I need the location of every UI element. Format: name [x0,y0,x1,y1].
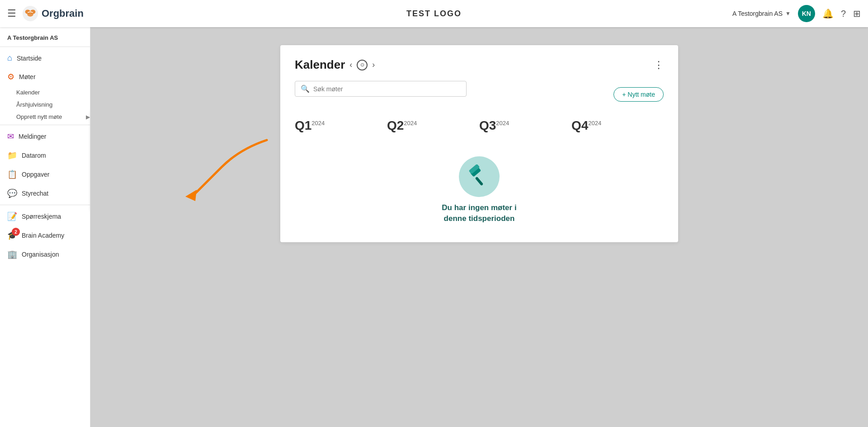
organisasjon-icon: 🏢 [7,249,17,259]
kalender-title: Kalender [295,58,345,72]
sidebar-item-sporreskjema[interactable]: 📝 Spørreskjema [0,207,90,226]
sidebar-sub-opprett[interactable]: Opprett nytt møte ▶ Styremøte Ordinær ge… [0,111,90,123]
sidebar: A Testorgbrain AS ⌂ Startside ⚙ Møter Ka… [0,27,90,427]
header-right: A Testorgbrain AS ▼ KN 🔔 ? ⊞ [732,5,861,22]
logo-text: Orgbrain [42,8,84,19]
quarter-row: Q12024 Q22024 Q32024 Q42024 [295,118,664,133]
sidebar-item-academy[interactable]: 🎓 2 Brain Academy [0,226,90,245]
sidebar-label-academy: Brain Academy [22,232,64,239]
help-icon[interactable]: ? [841,9,846,19]
moter-icon: ⚙ [7,72,14,82]
gavel-icon [459,156,500,197]
quarter-q2: Q22024 [387,118,479,133]
sidebar-item-moter[interactable]: ⚙ Møter [0,67,90,86]
logo: Orgbrain [22,5,84,22]
quarter-q1: Q12024 [295,118,387,133]
empty-state: Du har ingen møter i denne tidsperioden [295,149,664,224]
nytt-mote-label: + Nytt møte [622,91,655,98]
main-overlay: Kalender ‹ ⊙ › ⋮ 🔍 + Nytt møte [90,27,868,427]
org-dropdown-arrow: ▼ [785,10,791,17]
kalender-title-group: Kalender ‹ ⊙ › [295,58,375,72]
grid-icon[interactable]: ⊞ [853,8,861,19]
oppgaver-icon: 📋 [7,169,17,179]
quarter-q4: Q42024 [571,118,664,133]
search-bar: 🔍 [295,81,467,97]
academy-badge: 2 [12,228,20,236]
sidebar-label-moter: Møter [19,73,36,80]
sidebar-label-meldinger: Meldinger [19,133,46,140]
home-icon: ⌂ [7,53,12,63]
sidebar-divider-bot [0,205,90,205]
sidebar-sub-arshjulvisning-label: Årshjulvisning [16,101,52,108]
gavel-svg [467,164,491,189]
sidebar-item-styrechat[interactable]: 💬 Styrechat [0,184,90,203]
kalender-header: Kalender ‹ ⊙ › ⋮ [295,58,664,72]
kalender-prev-icon[interactable]: ‹ [349,60,352,70]
sidebar-sub-kalender[interactable]: Kalender [0,86,90,99]
svg-marker-4 [185,190,197,201]
body-layout: A Testorgbrain AS ⌂ Startside ⚙ Møter Ka… [0,27,868,427]
sidebar-label-organisasjon: Organisasjon [22,251,59,258]
sidebar-item-oppgaver[interactable]: 📋 Oppgaver [0,165,90,184]
arrow-left-annotation [185,131,285,203]
empty-message: Du har ingen møter i denne tidsperioden [434,202,524,224]
header: ☰ Orgbrain TEST LOGO A Testorgbrain AS ▼… [0,0,868,27]
sidebar-label-oppgaver: Oppgaver [22,171,49,178]
sidebar-sub-opprett-label: Opprett nytt møte [16,113,62,120]
sidebar-org-label: A Testorgbrain AS [0,27,90,45]
sidebar-item-datarom[interactable]: 📁 Datarom [0,146,90,165]
menu-icon[interactable]: ☰ [7,8,16,19]
sidebar-item-meldinger[interactable]: ✉ Meldinger [0,127,90,146]
org-name: A Testorgbrain AS [732,10,783,17]
sidebar-label-datarom: Datarom [22,152,46,159]
nytt-mote-button[interactable]: + Nytt møte [613,87,664,102]
sidebar-sub-arshjulvisning[interactable]: Årshjulvisning [0,99,90,111]
header-title: TEST LOGO [406,9,462,19]
kalender-toolbar: 🔍 + Nytt møte [295,81,664,108]
academy-icon-wrap: 🎓 2 [7,230,17,240]
kalender-more-icon[interactable]: ⋮ [654,59,664,71]
sidebar-divider-mid [0,125,90,125]
quarter-q3: Q32024 [479,118,571,133]
svg-point-3 [27,12,33,17]
sidebar-sub-kalender-label: Kalender [16,89,40,96]
sidebar-label-sporreskjema: Spørreskjema [22,213,61,220]
sidebar-label-styrechat: Styrechat [22,190,48,197]
search-input[interactable] [313,85,461,93]
meldinger-icon: ✉ [7,131,14,141]
sidebar-item-startside[interactable]: ⌂ Startside [0,49,90,67]
sporreskjema-icon: 📝 [7,211,17,221]
kalender-next-icon[interactable]: › [372,60,375,70]
datarom-icon: 📁 [7,150,17,160]
notification-icon[interactable]: 🔔 [822,8,834,19]
sidebar-label-startside: Startside [17,55,42,62]
sidebar-item-organisasjon[interactable]: 🏢 Organisasjon [0,245,90,264]
svg-rect-7 [475,177,484,186]
sidebar-divider-top [0,47,90,47]
opprett-arrow-icon: ▶ [86,114,90,120]
logo-icon [22,5,39,22]
org-selector[interactable]: A Testorgbrain AS ▼ [732,10,791,17]
styrechat-icon: 💬 [7,188,17,198]
kalender-card: Kalender ‹ ⊙ › ⋮ 🔍 + Nytt møte [280,45,678,242]
search-icon: 🔍 [301,84,310,93]
kalender-today-icon[interactable]: ⊙ [357,60,368,70]
avatar[interactable]: KN [798,5,815,22]
